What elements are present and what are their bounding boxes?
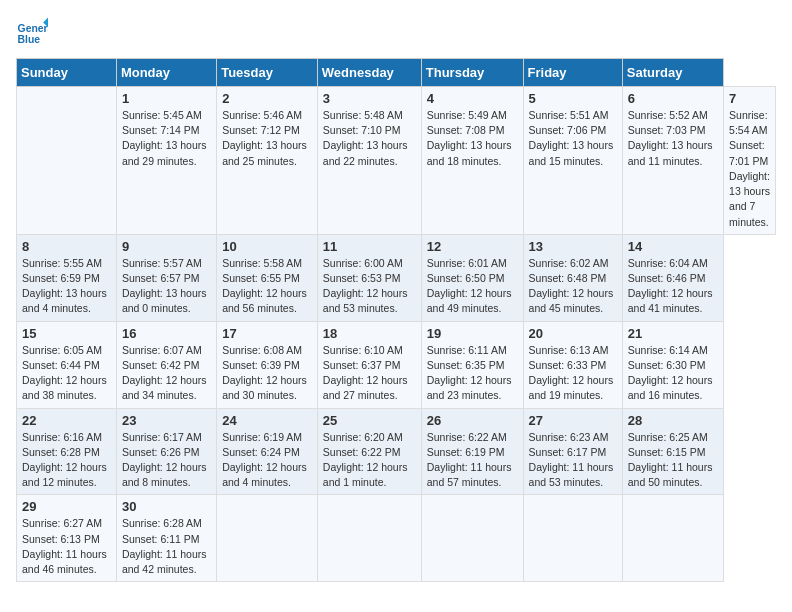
day-detail: Sunrise: 6:04 AMSunset: 6:46 PMDaylight:…	[628, 256, 718, 317]
day-detail: Sunrise: 6:13 AMSunset: 6:33 PMDaylight:…	[529, 343, 617, 404]
day-detail: Sunrise: 6:17 AMSunset: 6:26 PMDaylight:…	[122, 430, 211, 491]
calendar-day-cell: 24Sunrise: 6:19 AMSunset: 6:24 PMDayligh…	[217, 408, 318, 495]
logo: General Blue	[16, 16, 48, 48]
calendar-day-cell	[317, 495, 421, 582]
day-detail: Sunrise: 6:07 AMSunset: 6:42 PMDaylight:…	[122, 343, 211, 404]
calendar-day-cell: 13Sunrise: 6:02 AMSunset: 6:48 PMDayligh…	[523, 234, 622, 321]
day-detail: Sunrise: 6:23 AMSunset: 6:17 PMDaylight:…	[529, 430, 617, 491]
column-header-thursday: Thursday	[421, 59, 523, 87]
day-detail: Sunrise: 6:00 AMSunset: 6:53 PMDaylight:…	[323, 256, 416, 317]
day-detail: Sunrise: 6:28 AMSunset: 6:11 PMDaylight:…	[122, 516, 211, 577]
day-number: 18	[323, 326, 416, 341]
calendar-table: SundayMondayTuesdayWednesdayThursdayFrid…	[16, 58, 776, 582]
day-detail: Sunrise: 5:46 AMSunset: 7:12 PMDaylight:…	[222, 108, 312, 169]
day-number: 4	[427, 91, 518, 106]
calendar-day-cell: 10Sunrise: 5:58 AMSunset: 6:55 PMDayligh…	[217, 234, 318, 321]
day-detail: Sunrise: 6:01 AMSunset: 6:50 PMDaylight:…	[427, 256, 518, 317]
empty-cell	[17, 87, 117, 235]
calendar-day-cell: 8Sunrise: 5:55 AMSunset: 6:59 PMDaylight…	[17, 234, 117, 321]
day-number: 23	[122, 413, 211, 428]
day-number: 15	[22, 326, 111, 341]
calendar-day-cell: 4Sunrise: 5:49 AMSunset: 7:08 PMDaylight…	[421, 87, 523, 235]
day-number: 21	[628, 326, 718, 341]
day-detail: Sunrise: 6:08 AMSunset: 6:39 PMDaylight:…	[222, 343, 312, 404]
calendar-header-row: SundayMondayTuesdayWednesdayThursdayFrid…	[17, 59, 776, 87]
calendar-week-row: 8Sunrise: 5:55 AMSunset: 6:59 PMDaylight…	[17, 234, 776, 321]
day-number: 29	[22, 499, 111, 514]
day-number: 13	[529, 239, 617, 254]
column-header-saturday: Saturday	[622, 59, 723, 87]
calendar-day-cell: 17Sunrise: 6:08 AMSunset: 6:39 PMDayligh…	[217, 321, 318, 408]
day-number: 3	[323, 91, 416, 106]
day-detail: Sunrise: 6:22 AMSunset: 6:19 PMDaylight:…	[427, 430, 518, 491]
calendar-day-cell	[421, 495, 523, 582]
day-detail: Sunrise: 6:14 AMSunset: 6:30 PMDaylight:…	[628, 343, 718, 404]
day-number: 30	[122, 499, 211, 514]
calendar-day-cell: 7Sunrise: 5:54 AMSunset: 7:01 PMDaylight…	[724, 87, 776, 235]
day-number: 17	[222, 326, 312, 341]
calendar-day-cell: 16Sunrise: 6:07 AMSunset: 6:42 PMDayligh…	[116, 321, 216, 408]
calendar-day-cell: 5Sunrise: 5:51 AMSunset: 7:06 PMDaylight…	[523, 87, 622, 235]
day-detail: Sunrise: 5:49 AMSunset: 7:08 PMDaylight:…	[427, 108, 518, 169]
day-number: 20	[529, 326, 617, 341]
calendar-day-cell: 18Sunrise: 6:10 AMSunset: 6:37 PMDayligh…	[317, 321, 421, 408]
calendar-week-row: 1Sunrise: 5:45 AMSunset: 7:14 PMDaylight…	[17, 87, 776, 235]
calendar-day-cell: 12Sunrise: 6:01 AMSunset: 6:50 PMDayligh…	[421, 234, 523, 321]
day-detail: Sunrise: 5:52 AMSunset: 7:03 PMDaylight:…	[628, 108, 718, 169]
day-number: 14	[628, 239, 718, 254]
day-number: 12	[427, 239, 518, 254]
day-number: 22	[22, 413, 111, 428]
day-detail: Sunrise: 6:10 AMSunset: 6:37 PMDaylight:…	[323, 343, 416, 404]
day-number: 24	[222, 413, 312, 428]
calendar-day-cell: 25Sunrise: 6:20 AMSunset: 6:22 PMDayligh…	[317, 408, 421, 495]
calendar-day-cell: 11Sunrise: 6:00 AMSunset: 6:53 PMDayligh…	[317, 234, 421, 321]
day-detail: Sunrise: 5:58 AMSunset: 6:55 PMDaylight:…	[222, 256, 312, 317]
calendar-day-cell: 27Sunrise: 6:23 AMSunset: 6:17 PMDayligh…	[523, 408, 622, 495]
column-header-monday: Monday	[116, 59, 216, 87]
column-header-wednesday: Wednesday	[317, 59, 421, 87]
page-header: General Blue	[16, 16, 776, 48]
day-detail: Sunrise: 5:48 AMSunset: 7:10 PMDaylight:…	[323, 108, 416, 169]
calendar-day-cell: 23Sunrise: 6:17 AMSunset: 6:26 PMDayligh…	[116, 408, 216, 495]
day-detail: Sunrise: 6:02 AMSunset: 6:48 PMDaylight:…	[529, 256, 617, 317]
calendar-day-cell	[523, 495, 622, 582]
day-detail: Sunrise: 5:51 AMSunset: 7:06 PMDaylight:…	[529, 108, 617, 169]
day-number: 28	[628, 413, 718, 428]
day-detail: Sunrise: 5:54 AMSunset: 7:01 PMDaylight:…	[729, 108, 770, 230]
day-detail: Sunrise: 5:55 AMSunset: 6:59 PMDaylight:…	[22, 256, 111, 317]
day-detail: Sunrise: 6:27 AMSunset: 6:13 PMDaylight:…	[22, 516, 111, 577]
day-number: 2	[222, 91, 312, 106]
day-number: 5	[529, 91, 617, 106]
calendar-day-cell: 26Sunrise: 6:22 AMSunset: 6:19 PMDayligh…	[421, 408, 523, 495]
calendar-day-cell: 6Sunrise: 5:52 AMSunset: 7:03 PMDaylight…	[622, 87, 723, 235]
day-number: 10	[222, 239, 312, 254]
day-number: 8	[22, 239, 111, 254]
column-header-friday: Friday	[523, 59, 622, 87]
calendar-day-cell: 2Sunrise: 5:46 AMSunset: 7:12 PMDaylight…	[217, 87, 318, 235]
day-detail: Sunrise: 6:05 AMSunset: 6:44 PMDaylight:…	[22, 343, 111, 404]
column-header-tuesday: Tuesday	[217, 59, 318, 87]
day-number: 6	[628, 91, 718, 106]
calendar-day-cell: 14Sunrise: 6:04 AMSunset: 6:46 PMDayligh…	[622, 234, 723, 321]
calendar-week-row: 29Sunrise: 6:27 AMSunset: 6:13 PMDayligh…	[17, 495, 776, 582]
logo-icon: General Blue	[16, 16, 48, 48]
calendar-day-cell: 3Sunrise: 5:48 AMSunset: 7:10 PMDaylight…	[317, 87, 421, 235]
calendar-day-cell: 28Sunrise: 6:25 AMSunset: 6:15 PMDayligh…	[622, 408, 723, 495]
day-detail: Sunrise: 6:25 AMSunset: 6:15 PMDaylight:…	[628, 430, 718, 491]
svg-text:Blue: Blue	[18, 34, 41, 45]
day-detail: Sunrise: 6:11 AMSunset: 6:35 PMDaylight:…	[427, 343, 518, 404]
day-number: 7	[729, 91, 770, 106]
day-number: 16	[122, 326, 211, 341]
calendar-day-cell	[622, 495, 723, 582]
day-detail: Sunrise: 6:19 AMSunset: 6:24 PMDaylight:…	[222, 430, 312, 491]
calendar-week-row: 15Sunrise: 6:05 AMSunset: 6:44 PMDayligh…	[17, 321, 776, 408]
calendar-week-row: 22Sunrise: 6:16 AMSunset: 6:28 PMDayligh…	[17, 408, 776, 495]
calendar-day-cell: 29Sunrise: 6:27 AMSunset: 6:13 PMDayligh…	[17, 495, 117, 582]
day-number: 27	[529, 413, 617, 428]
calendar-day-cell	[217, 495, 318, 582]
day-number: 25	[323, 413, 416, 428]
day-number: 26	[427, 413, 518, 428]
calendar-day-cell: 21Sunrise: 6:14 AMSunset: 6:30 PMDayligh…	[622, 321, 723, 408]
day-number: 9	[122, 239, 211, 254]
day-number: 1	[122, 91, 211, 106]
